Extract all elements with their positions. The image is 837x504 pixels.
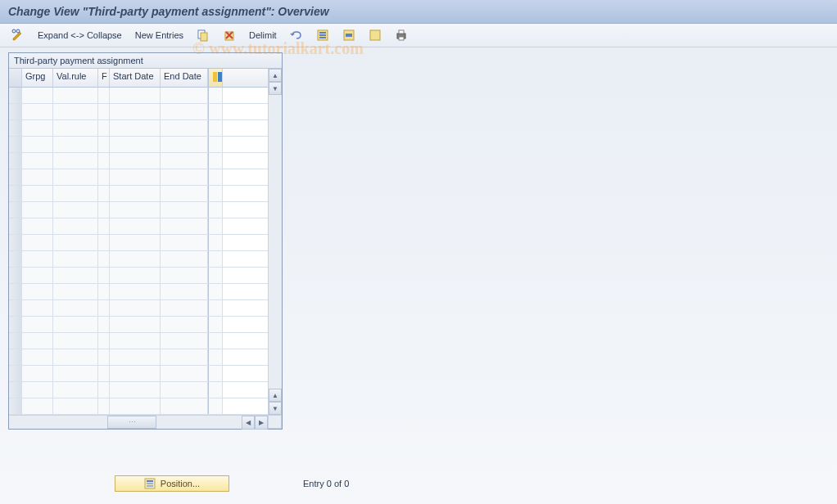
table-row[interactable]	[9, 398, 268, 415]
delete-icon	[223, 29, 236, 42]
table-row[interactable]	[9, 300, 268, 317]
column-header-valrule[interactable]: Val.rule	[53, 69, 98, 87]
svg-rect-16	[218, 72, 222, 82]
new-entries-label: New Entries	[135, 30, 183, 40]
table-row[interactable]	[9, 366, 268, 382]
select-all-button[interactable]	[313, 27, 333, 43]
horizontal-scrollbar[interactable]: ⋯ ◀ ▶	[9, 415, 268, 429]
table-row[interactable]	[9, 251, 268, 268]
position-label: Position...	[161, 479, 200, 488]
table-row[interactable]	[9, 235, 268, 251]
delimit-button[interactable]: Delimit	[246, 29, 280, 42]
deselect-all-icon	[369, 29, 382, 42]
print-button[interactable]	[391, 27, 411, 43]
scroll-down-step-button[interactable]: ▼	[269, 82, 282, 95]
table-row[interactable]	[9, 137, 268, 153]
table-row[interactable]	[9, 317, 268, 333]
undo-button[interactable]	[287, 27, 306, 43]
column-config-button[interactable]	[208, 69, 223, 87]
select-all-icon	[316, 29, 329, 42]
hscroll-thumb[interactable]: ⋯	[107, 416, 156, 429]
page-title: Change View "Third-party payment assignm…	[8, 5, 829, 18]
expand-collapse-label: Expand <-> Collapse	[38, 30, 122, 40]
svg-rect-19	[147, 483, 153, 484]
table-row[interactable]	[9, 268, 268, 284]
scroll-up-step-button[interactable]: ▲	[269, 389, 282, 402]
table-row[interactable]	[9, 333, 268, 349]
column-header-startdate[interactable]: Start Date	[110, 69, 161, 87]
scroll-corner	[268, 415, 282, 429]
delimit-label: Delimit	[249, 30, 277, 40]
table-row[interactable]	[9, 153, 268, 169]
svg-rect-14	[399, 37, 404, 40]
position-button[interactable]: Position...	[115, 475, 229, 492]
expand-collapse-button[interactable]: Expand <-> Collapse	[34, 29, 125, 42]
table-row[interactable]	[9, 88, 268, 104]
vertical-scrollbar[interactable]: ▲ ▼ ▲ ▼	[268, 69, 282, 415]
table-row[interactable]	[9, 169, 268, 186]
delete-button[interactable]	[219, 27, 239, 43]
table-title: Third-party payment assignment	[9, 53, 282, 69]
position-icon	[144, 478, 156, 489]
svg-point-1	[16, 29, 20, 33]
copy-icon	[197, 29, 210, 42]
table-container: Third-party payment assignment Grpg Val.…	[8, 52, 283, 430]
svg-rect-10	[346, 34, 352, 37]
table-row[interactable]	[9, 218, 268, 235]
new-entries-button[interactable]: New Entries	[132, 29, 187, 42]
table-row[interactable]	[9, 104, 268, 120]
svg-rect-18	[147, 480, 153, 482]
svg-rect-8	[319, 37, 326, 38]
row-selector-header[interactable]	[9, 69, 22, 87]
title-bar: Change View "Third-party payment assignm…	[0, 0, 837, 24]
svg-rect-20	[147, 485, 153, 487]
scroll-up-button[interactable]: ▲	[269, 69, 282, 82]
deselect-all-button[interactable]	[365, 27, 385, 43]
scroll-down-button[interactable]: ▼	[269, 402, 282, 415]
entry-status: Entry 0 of 0	[303, 479, 349, 488]
svg-rect-6	[319, 32, 326, 34]
table-row[interactable]	[9, 382, 268, 398]
copy-button[interactable]	[193, 27, 213, 43]
svg-rect-13	[399, 30, 404, 34]
table-body	[9, 88, 268, 415]
scroll-left-button[interactable]: ◀	[242, 416, 255, 430]
scroll-right-button[interactable]: ▶	[255, 416, 268, 430]
column-header-grpg[interactable]: Grpg	[22, 69, 53, 87]
undo-icon	[290, 29, 303, 42]
select-block-icon	[342, 29, 355, 42]
table-row[interactable]	[9, 349, 268, 366]
svg-rect-15	[213, 72, 217, 82]
column-header-f[interactable]: F	[98, 69, 110, 87]
table-row[interactable]	[9, 186, 268, 202]
content-area: Third-party payment assignment Grpg Val.…	[0, 47, 837, 434]
table-header: Grpg Val.rule F Start Date End Date	[9, 69, 268, 88]
svg-point-0	[12, 29, 16, 33]
svg-rect-11	[370, 30, 380, 40]
svg-rect-3	[201, 33, 207, 41]
toolbar: Expand <-> Collapse New Entries Delimit	[0, 24, 837, 47]
table-row[interactable]	[9, 202, 268, 218]
column-header-enddate[interactable]: End Date	[161, 69, 208, 87]
scroll-track[interactable]	[269, 95, 282, 389]
toggle-edit-button[interactable]	[8, 27, 28, 43]
select-block-button[interactable]	[339, 27, 359, 43]
svg-rect-7	[319, 34, 326, 36]
print-icon	[395, 29, 408, 42]
footer: Position... Entry 0 of 0	[0, 475, 837, 492]
table-row[interactable]	[9, 120, 268, 137]
pencil-glasses-icon	[11, 29, 25, 42]
table-row[interactable]	[9, 284, 268, 300]
